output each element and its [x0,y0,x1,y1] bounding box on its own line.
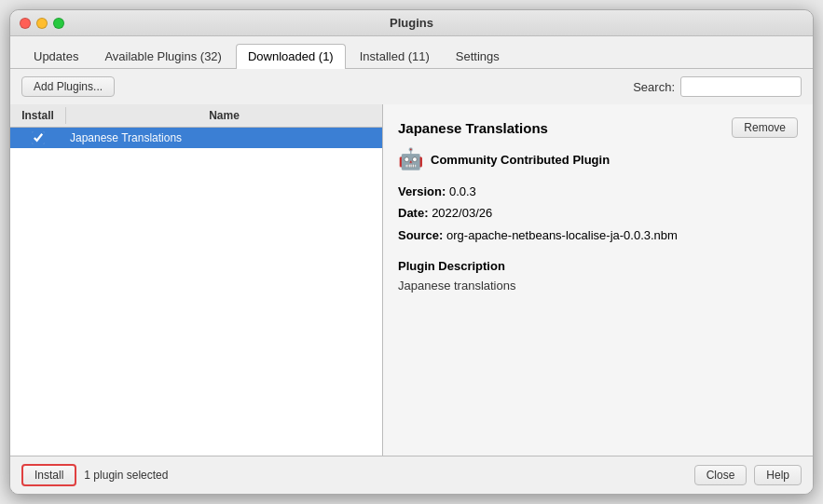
tab-bar: Updates Available Plugins (32) Downloade… [10,36,813,69]
bottom-bar: Install 1 plugin selected Close Help [10,456,813,494]
bottom-left: Install 1 plugin selected [21,464,168,486]
status-text: 1 plugin selected [84,469,168,482]
tab-installed[interactable]: Installed (11) [348,44,442,69]
main-window: Plugins Updates Available Plugins (32) D… [9,9,814,495]
desc-text: Japanese translations [398,279,798,293]
add-plugins-button[interactable]: Add Plugins... [21,76,115,97]
desc-title: Plugin Description [398,259,798,273]
list-item[interactable]: Japanese Translations [10,128,382,148]
traffic-lights [20,18,64,29]
source-row: Source: org-apache-netbeans-localise-ja-… [398,225,798,246]
toolbar-left: Add Plugins... [21,76,115,97]
version-row: Version: 0.0.3 [398,181,798,202]
version-label: Version: [398,184,446,198]
close-button[interactable] [20,18,31,29]
detail-title-row: Japanese Translations Remove [398,117,798,138]
maximize-button[interactable] [53,18,64,29]
tab-available[interactable]: Available Plugins (32) [92,44,234,69]
tab-downloaded[interactable]: Downloaded (1) [236,44,346,69]
detail-title: Japanese Translations [398,120,548,136]
close-dialog-button[interactable]: Close [694,465,748,485]
toolbar-right: Search: [633,76,802,97]
plugin-detail: Japanese Translations Remove 🤖 Community… [383,104,813,456]
plugin-name-cell: Japanese Translations [66,131,382,144]
search-input[interactable] [680,76,802,97]
detail-info: Version: 0.0.3 Date: 2022/03/26 Source: … [398,181,798,246]
source-label: Source: [398,228,443,242]
version-value: 0.0.3 [449,184,476,198]
col-install-header: Install [10,107,66,124]
search-label: Search: [633,80,675,94]
source-value: org-apache-netbeans-localise-ja-0.0.3.nb… [446,228,678,242]
bottom-right: Close Help [694,465,802,485]
col-name-header: Name [66,107,382,124]
window-title: Plugins [390,16,433,30]
help-button[interactable]: Help [754,465,802,485]
tab-settings[interactable]: Settings [444,44,512,69]
community-label: Community Contributed Plugin [431,153,610,167]
minimize-button[interactable] [36,18,48,29]
date-row: Date: 2022/03/26 [398,202,798,224]
plugin-list: Install Name Japanese Translations [10,104,383,456]
date-value: 2022/03/26 [432,206,492,220]
check-cell [10,131,66,144]
install-button[interactable]: Install [21,464,76,486]
tab-updates[interactable]: Updates [21,44,90,69]
date-label: Date: [398,206,429,220]
title-bar: Plugins [10,10,813,36]
toolbar: Add Plugins... Search: [10,69,813,104]
main-content: Install Name Japanese Translations Japan… [10,104,813,456]
plugin-icon: 🤖 [398,147,423,171]
list-header: Install Name [10,104,382,128]
detail-community-section: 🤖 Community Contributed Plugin [398,147,798,171]
list-body: Japanese Translations [10,128,382,456]
install-checkbox[interactable] [32,131,45,144]
remove-button[interactable]: Remove [732,117,798,138]
